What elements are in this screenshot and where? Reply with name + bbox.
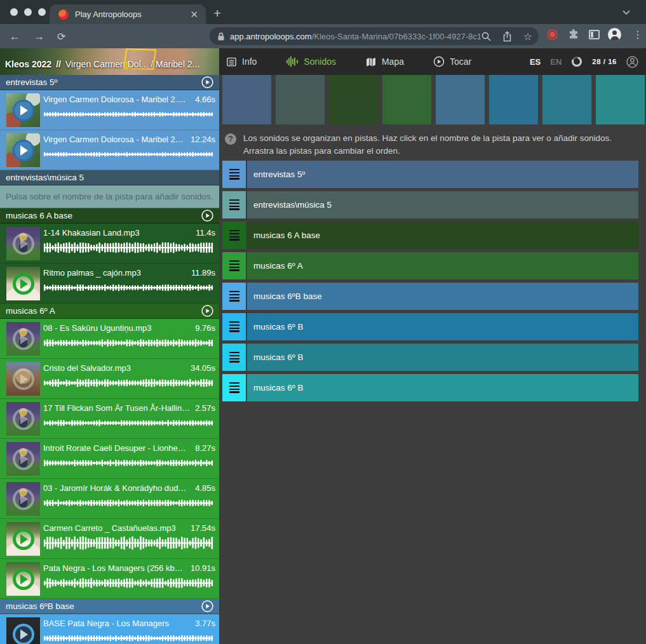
track-row-7[interactable]: musicas 6º B — [222, 344, 638, 371]
track-section-header-musicas-6-a[interactable]: musicas 6º A — [0, 304, 219, 319]
track-section-header-entrevistas-m-sica-5[interactable]: entrevistas\música 5 — [0, 170, 219, 185]
new-tab-button[interactable]: + — [213, 4, 221, 23]
track-name-button[interactable]: entrevistas\música 5 — [247, 191, 638, 218]
lang-en-button[interactable]: EN — [550, 57, 562, 67]
drag-handle[interactable] — [222, 222, 246, 249]
clip-row[interactable]: Virgen Carmen Dolorosa - Maribel 2.mp34.… — [0, 90, 219, 130]
clip-row[interactable]: 08 - Es Sakūru Uguntiņu.mp39.76s — [0, 319, 219, 359]
track-name-button[interactable]: entrevistas 5º — [247, 161, 638, 188]
clip-row[interactable]: Introit Rorate Caeli Desuper - Lionheart… — [0, 439, 219, 479]
clip-row[interactable]: 03 - Jaromír Horák & Konrádyho dudácká .… — [0, 479, 219, 519]
bookmark-star-icon[interactable]: ☆ — [523, 30, 532, 43]
section-play-icon[interactable] — [201, 76, 213, 88]
lang-es-button[interactable]: ES — [530, 57, 541, 67]
waveform[interactable] — [43, 336, 213, 350]
waveform[interactable] — [43, 281, 213, 295]
clip-row[interactable]: Pata Negra - Los Managers (256 kbps).mp3… — [0, 559, 219, 599]
clip-row[interactable]: Cristo del Salvador.mp334.05s — [0, 359, 219, 399]
drag-handle[interactable] — [222, 161, 246, 188]
section-play-icon[interactable] — [201, 210, 213, 222]
track-name-button[interactable]: musicas 6º A — [247, 252, 638, 279]
section-play-icon[interactable] — [201, 600, 213, 612]
track-section-name[interactable]: musicas 6ºB base — [6, 601, 201, 611]
track-row-1[interactable]: entrevistas 5º — [222, 161, 638, 188]
breadcrumb[interactable]: Kleos 2022//Virgen Carmen Dol... / Marib… — [5, 59, 218, 69]
clip-row[interactable]: Ritmo palmas _ cajón.mp311.89s — [0, 264, 219, 304]
track-section-name[interactable]: entrevistas 5º — [6, 77, 201, 87]
address-bar[interactable]: app.antropoloops.com/Kleos-Santa-Marina/… — [210, 27, 539, 45]
reload-icon[interactable]: ⟳ — [57, 29, 65, 44]
tab-sonidos[interactable]: Sonidos — [286, 56, 336, 67]
drag-handle[interactable] — [222, 191, 246, 218]
clip-play-button[interactable] — [6, 442, 40, 476]
clip-row[interactable]: Virgen Carmen Dolorosa - Maribel 2.mp312… — [0, 130, 219, 170]
waveform[interactable] — [43, 147, 213, 161]
clip-play-button[interactable] — [6, 402, 40, 436]
share-icon[interactable] — [502, 31, 512, 42]
drag-handle[interactable] — [222, 313, 246, 340]
waveform[interactable] — [43, 496, 213, 510]
waveform[interactable] — [43, 416, 213, 430]
clip-row[interactable]: 1-14 Khakasian Land.mp311.4s — [0, 224, 219, 264]
track-section-name[interactable]: musicas 6 A base — [6, 211, 201, 220]
kebab-menu-icon[interactable]: ⋮ — [633, 29, 643, 41]
window-close-button[interactable] — [10, 8, 18, 16]
waveform[interactable] — [43, 241, 213, 255]
track-row-6[interactable]: musicas 6º B — [222, 313, 638, 340]
breadcrumb-trail[interactable]: Virgen Carmen Dol... / Maribel 2... — [65, 59, 199, 69]
track-name-button[interactable]: musicas 6º B — [247, 344, 638, 371]
waveform[interactable] — [43, 376, 213, 390]
clip-play-button[interactable] — [6, 133, 40, 167]
clip-row[interactable]: Carmen Carreto _ Castañuelas.mp317.54s — [0, 519, 219, 559]
track-row-2[interactable]: entrevistas\música 5 — [222, 191, 638, 218]
account-person-icon[interactable] — [626, 56, 638, 68]
track-section-header-entrevistas-5[interactable]: entrevistas 5º — [0, 75, 219, 90]
window-zoom-button[interactable] — [38, 8, 46, 16]
track-row-3[interactable]: musicas 6 A base — [222, 222, 638, 249]
drag-handle[interactable] — [222, 374, 246, 401]
clip-play-button[interactable] — [6, 322, 40, 356]
waveform[interactable] — [43, 631, 213, 644]
clip-play-button[interactable] — [6, 562, 40, 596]
track-section-header-musicas-6-b-base[interactable]: musicas 6ºB base — [0, 599, 219, 614]
track-row-5[interactable]: musicas 6ºB base — [222, 283, 638, 310]
waveform[interactable] — [43, 536, 213, 550]
window-minimize-button[interactable] — [24, 8, 32, 16]
track-row-8[interactable]: musicas 6º B — [222, 374, 638, 401]
clip-play-button[interactable] — [6, 362, 40, 396]
browser-tab[interactable]: Play Antropoloops ✕ — [50, 4, 206, 24]
breadcrumb-project[interactable]: Kleos 2022 — [5, 59, 51, 69]
tab-info[interactable]: Info — [226, 57, 257, 67]
waveform[interactable] — [43, 576, 213, 590]
track-name-button[interactable]: musicas 6 A base — [247, 222, 638, 249]
track-row-4[interactable]: musicas 6º A — [222, 252, 638, 279]
forward-arrow-icon[interactable]: → — [33, 29, 44, 44]
tab-close-icon[interactable]: ✕ — [189, 9, 199, 20]
clip-play-button[interactable] — [6, 617, 40, 644]
drag-handle[interactable] — [222, 283, 246, 310]
clip-row[interactable]: BASE Pata Negra - Los Managers3.77s — [0, 614, 219, 644]
tab-tocar[interactable]: Tocar — [433, 56, 471, 67]
search-icon[interactable] — [481, 31, 491, 41]
tab-search-chevron-icon[interactable] — [622, 10, 630, 15]
track-name-button[interactable]: musicas 6º B — [247, 313, 638, 340]
section-play-icon[interactable] — [201, 305, 213, 317]
track-section-name[interactable]: musicas 6º A — [6, 306, 201, 316]
clip-play-button[interactable] — [6, 267, 40, 300]
clip-play-button[interactable] — [6, 93, 40, 127]
profile-avatar-icon[interactable] — [608, 28, 621, 41]
clip-play-button[interactable] — [6, 482, 40, 516]
clip-play-button[interactable] — [6, 522, 40, 556]
drag-handle[interactable] — [222, 252, 246, 279]
side-panel-icon[interactable] — [589, 30, 600, 39]
lock-icon[interactable] — [217, 32, 225, 41]
clip-row[interactable]: 17 Till Flickan Som Är Tusen År-Halling … — [0, 399, 219, 439]
waveform[interactable] — [43, 107, 213, 121]
clip-play-button[interactable] — [6, 227, 40, 260]
track-section-name[interactable]: entrevistas\música 5 — [6, 173, 213, 182]
track-section-header-musicas-6-a-base[interactable]: musicas 6 A base — [0, 208, 219, 224]
extensions-puzzle-icon[interactable] — [568, 29, 579, 40]
waveform[interactable] — [43, 456, 213, 470]
track-name-button[interactable]: musicas 6ºB base — [247, 283, 638, 310]
back-arrow-icon[interactable]: ← — [9, 29, 20, 44]
